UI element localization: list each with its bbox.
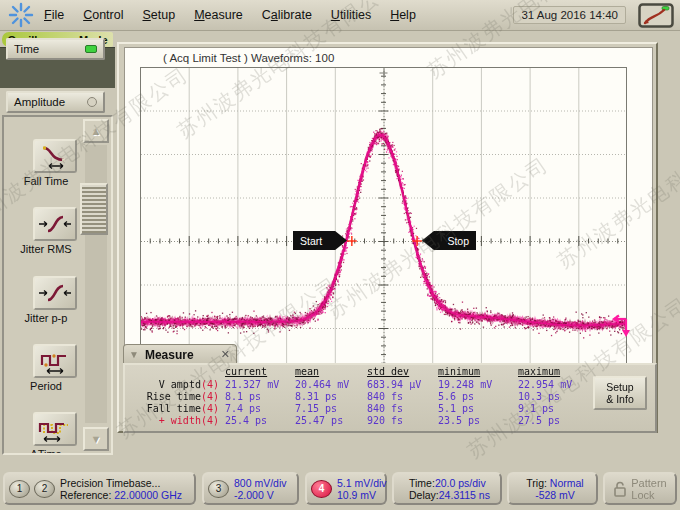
menu-setup[interactable]: Setup bbox=[142, 8, 175, 22]
scroll-down-button[interactable]: ▼ bbox=[83, 427, 109, 451]
trigger-mode: Normal bbox=[550, 477, 584, 489]
timebase-panel[interactable]: 1 2 Precision Timebase... Reference: 22.… bbox=[3, 472, 196, 505]
period-icon bbox=[36, 348, 74, 374]
fall-time-icon bbox=[36, 143, 74, 169]
ch4-offset: 10.9 mV bbox=[337, 489, 387, 501]
ch3-offset: -2.000 V bbox=[234, 489, 287, 501]
pattern-lock-button[interactable]: Pattern Lock bbox=[603, 472, 677, 505]
datetime-display: 31 Aug 2016 14:40 bbox=[513, 6, 626, 24]
time-dropdown[interactable]: Time bbox=[6, 38, 105, 60]
scroll-down-icon: ▼ bbox=[91, 433, 102, 445]
menu-calibrate[interactable]: Calibrate bbox=[262, 8, 312, 22]
trigger-panel[interactable]: Trig: Normal -528 mV bbox=[507, 472, 598, 505]
menu-help[interactable]: Help bbox=[390, 8, 416, 22]
jitter-pp-icon bbox=[36, 280, 74, 306]
acquisition-status: ( Acq Limit Test ) Waveforms: 100 bbox=[163, 52, 334, 64]
channel-4-scale-panel[interactable]: 4 5.1 mV/div 10.9 mV bbox=[305, 472, 387, 505]
close-icon[interactable]: ✕ bbox=[221, 348, 230, 361]
time-scale: 20.0 ps/div bbox=[435, 477, 486, 489]
lock-icon bbox=[613, 481, 627, 497]
delay-value: 24.3115 ns bbox=[439, 489, 490, 501]
display-area: ( Acq Limit Test ) Waveforms: 100 Start … bbox=[117, 42, 658, 433]
green-led-icon bbox=[85, 45, 97, 53]
channel-3-scale-panel[interactable]: 3 800 mV/div -2.000 V bbox=[202, 472, 299, 505]
menu-utilities[interactable]: Utilities bbox=[331, 8, 371, 22]
channel-4-button[interactable]: 4 bbox=[311, 480, 332, 498]
timebase-label: Precision Timebase... bbox=[60, 477, 182, 489]
off-led-icon bbox=[87, 97, 97, 107]
ch3-scale: 800 mV/div bbox=[234, 477, 287, 489]
sidebar: Oscilloscope Mode Time Amplitude Fall Ti… bbox=[0, 30, 115, 470]
setup-info-button[interactable]: Setup & Info bbox=[593, 376, 647, 410]
touchscreen-icon[interactable] bbox=[638, 3, 674, 28]
period-button[interactable] bbox=[33, 344, 77, 378]
table-row: Fall time(4) 7.4 ps 7.15 ps 840 fs 5.1 p… bbox=[127, 403, 604, 415]
channel-2-button[interactable]: 2 bbox=[34, 480, 55, 498]
ch4-scale: 5.1 mV/div bbox=[337, 477, 387, 489]
reference-value: 22.00000 GHz bbox=[114, 489, 182, 501]
table-row: V amptd(4) 21.327 mV 20.464 mV 683.94 µV… bbox=[127, 379, 604, 391]
jitter-rms-button[interactable] bbox=[33, 207, 77, 241]
menu-measure[interactable]: Measure bbox=[194, 8, 243, 22]
delta-time-icon bbox=[36, 416, 74, 442]
delta-time-button[interactable] bbox=[33, 412, 77, 446]
status-bar: 1 2 Precision Timebase... Reference: 22.… bbox=[0, 470, 680, 510]
menu-file[interactable]: File bbox=[44, 8, 64, 22]
measurements-table: current mean std dev minimum maximum V a… bbox=[127, 366, 604, 427]
menu-control[interactable]: Control bbox=[83, 8, 123, 22]
measurement-button-well: Fall Time Jitter RMS Jitter p-p Period bbox=[2, 115, 113, 455]
jitter-rms-icon bbox=[36, 211, 74, 237]
channel-3-button[interactable]: 3 bbox=[208, 480, 229, 498]
table-row: + width(4) 25.4 ps 25.47 ps 920 fs 23.5 … bbox=[127, 415, 604, 427]
measure-panel: current mean std dev minimum maximum V a… bbox=[123, 363, 657, 433]
amplitude-dropdown[interactable]: Amplitude bbox=[6, 91, 105, 113]
table-row: Rise time(4) 8.1 ps 8.31 ps 840 fs 5.6 p… bbox=[127, 391, 604, 403]
trigger-level: -528 mV bbox=[526, 489, 583, 501]
time-delay-panel[interactable]: Time:20.0 ps/div Delay:24.3115 ns bbox=[392, 472, 502, 505]
jitter-pp-button[interactable] bbox=[33, 276, 77, 310]
collapse-icon[interactable]: ▼ bbox=[129, 349, 139, 360]
trace-end-marker-icon bbox=[610, 313, 636, 339]
scroll-thumb[interactable] bbox=[80, 183, 108, 235]
table-header-row: current mean std dev minimum maximum bbox=[127, 366, 604, 379]
menu-bar: File Control Setup Measure Calibrate Uti… bbox=[0, 0, 680, 31]
fall-time-button[interactable] bbox=[33, 139, 77, 173]
scroll-up-button[interactable]: ▲ bbox=[83, 119, 109, 143]
measure-tab[interactable]: ▼ Measure ✕ bbox=[123, 344, 237, 364]
scroll-up-icon: ▲ bbox=[91, 125, 102, 137]
channel-1-button[interactable]: 1 bbox=[9, 480, 30, 498]
brand-logo-icon bbox=[8, 2, 34, 28]
